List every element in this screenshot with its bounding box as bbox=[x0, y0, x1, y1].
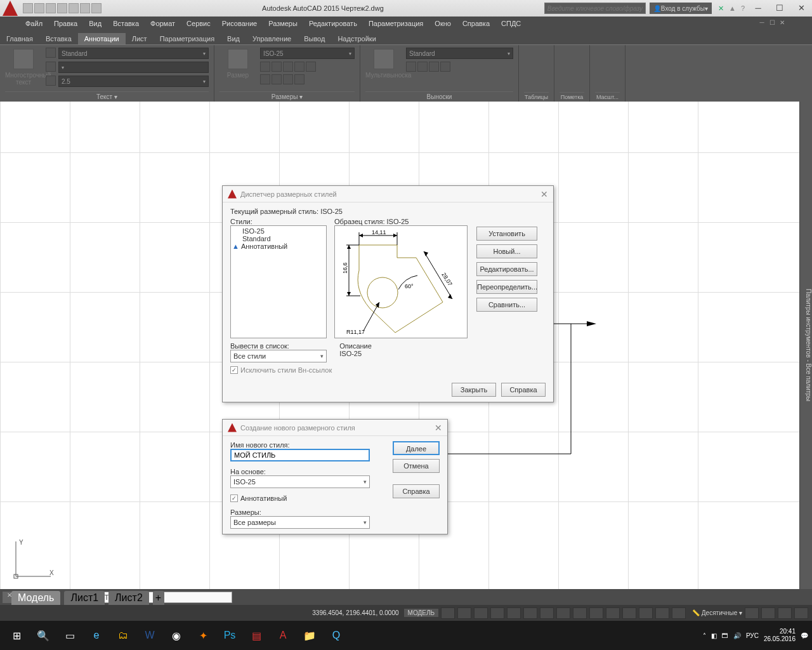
text-font-combo[interactable] bbox=[58, 62, 209, 73]
compare-button[interactable]: Сравнить... bbox=[476, 298, 537, 312]
status-icon[interactable] bbox=[761, 607, 775, 619]
qat-open-icon[interactable] bbox=[34, 3, 44, 13]
status-icon[interactable] bbox=[655, 607, 669, 619]
status-icon[interactable] bbox=[778, 607, 792, 619]
menu-item[interactable]: Редактировать bbox=[309, 20, 357, 27]
ribbon-tab[interactable]: Надстройки bbox=[331, 33, 382, 44]
dim-icon[interactable] bbox=[283, 62, 293, 72]
panel-label[interactable]: Текст ▾ bbox=[5, 91, 209, 102]
ribbon-tab[interactable]: Главная bbox=[0, 33, 39, 44]
status-icon[interactable] bbox=[556, 607, 570, 619]
explorer-icon[interactable]: 🗂 bbox=[110, 624, 136, 647]
dim-icon[interactable] bbox=[294, 74, 304, 84]
status-icon[interactable] bbox=[606, 607, 620, 619]
layout-tab[interactable]: Лист1 bbox=[64, 591, 105, 605]
doc-close-icon[interactable]: ✕ bbox=[778, 19, 787, 28]
status-icon[interactable] bbox=[540, 607, 554, 619]
leader-icon[interactable] bbox=[429, 62, 439, 72]
new-button[interactable]: Новый... bbox=[476, 244, 537, 258]
tray-up-icon[interactable]: ˄ bbox=[703, 632, 706, 639]
status-icon[interactable] bbox=[474, 607, 488, 619]
app-icon[interactable]: Q bbox=[324, 624, 349, 647]
qat-saveas-icon[interactable] bbox=[57, 3, 67, 13]
menu-item[interactable]: Размеры bbox=[268, 20, 298, 27]
styles-listbox[interactable]: ISO-25 Standard ▲ Аннотативный bbox=[230, 225, 327, 338]
status-icon[interactable] bbox=[523, 607, 537, 619]
ribbon-tab[interactable]: Вставка bbox=[39, 33, 78, 44]
help-button[interactable]: Справка bbox=[393, 484, 440, 498]
ribbon-tab[interactable]: Параметризация bbox=[154, 33, 221, 44]
status-icon[interactable] bbox=[441, 607, 455, 619]
mtext-button[interactable]: Многострочный текст bbox=[5, 48, 42, 86]
style-name-input[interactable] bbox=[230, 449, 370, 461]
close-button[interactable]: ✕ bbox=[790, 0, 812, 17]
text-height-combo[interactable]: 2.5 bbox=[58, 76, 209, 87]
status-icon[interactable] bbox=[507, 607, 521, 619]
status-icon[interactable] bbox=[573, 607, 587, 619]
ribbon-tab[interactable]: Вывод bbox=[298, 33, 331, 44]
panel-label[interactable]: Выноски bbox=[365, 91, 513, 102]
ribbon-tab-active[interactable]: Аннотации bbox=[78, 33, 126, 44]
annotative-check[interactable]: ✓Аннотативный bbox=[230, 494, 372, 502]
login-button[interactable]: 👤 Вход в службы ▾ bbox=[650, 3, 712, 14]
menu-item[interactable]: Формат bbox=[150, 20, 175, 27]
folder-icon[interactable]: 📁 bbox=[297, 624, 322, 647]
base-style-select[interactable]: ISO-25 bbox=[230, 475, 370, 488]
status-icon[interactable] bbox=[672, 607, 686, 619]
units-display[interactable]: 📏 Десятичные ▾ bbox=[692, 609, 742, 616]
style-item[interactable]: ISO-25 bbox=[232, 227, 325, 235]
leader-icon[interactable] bbox=[406, 62, 416, 72]
help-button[interactable]: Справка bbox=[501, 383, 546, 397]
minimize-button[interactable]: ─ bbox=[747, 0, 769, 17]
qat-save-icon[interactable] bbox=[46, 3, 56, 13]
height-icon[interactable] bbox=[46, 76, 56, 86]
a360-icon[interactable]: ▲ bbox=[729, 4, 736, 12]
menu-item[interactable]: Файл bbox=[25, 20, 43, 27]
add-layout-tab[interactable]: + bbox=[153, 591, 164, 605]
menu-item[interactable]: Окно bbox=[435, 20, 451, 27]
qat-undo-icon[interactable] bbox=[80, 3, 90, 13]
modify-button[interactable]: Редактировать... bbox=[476, 262, 537, 276]
status-icon[interactable] bbox=[457, 607, 471, 619]
menu-item[interactable]: Справка bbox=[462, 20, 490, 27]
app-icon[interactable]: ✦ bbox=[190, 624, 216, 647]
mleader-button[interactable]: Мультивыноска bbox=[365, 48, 402, 79]
dims-select[interactable]: Все размеры bbox=[230, 516, 370, 529]
dim-style-combo[interactable]: ISO-25 bbox=[260, 48, 355, 59]
notification-icon[interactable]: 💬 bbox=[801, 632, 808, 639]
taskview-icon[interactable]: ▭ bbox=[57, 624, 82, 647]
search-icon[interactable]: 🔍 bbox=[30, 624, 56, 647]
menu-item[interactable]: Правка bbox=[54, 20, 77, 27]
clock[interactable]: 20:4126.05.2016 bbox=[764, 628, 796, 643]
tray-icon[interactable]: ◧ bbox=[711, 632, 717, 639]
exchange-icon[interactable]: ✕ bbox=[718, 4, 724, 13]
dimension-button[interactable]: Размер bbox=[219, 48, 256, 79]
dim-icon[interactable] bbox=[260, 62, 270, 72]
ribbon-tab[interactable]: Лист bbox=[126, 33, 154, 44]
exclude-xref-check[interactable]: ✓Исключить стили Вн-ссылок bbox=[230, 366, 332, 374]
leader-icon[interactable] bbox=[440, 62, 450, 72]
ribbon-panel-scale[interactable]: Масшт... bbox=[590, 45, 625, 102]
status-icon[interactable] bbox=[745, 607, 759, 619]
dialog-close-icon[interactable]: ✕ bbox=[540, 189, 548, 199]
volume-icon[interactable]: 🔊 bbox=[733, 632, 741, 639]
model-space-button[interactable]: МОДЕЛЬ bbox=[404, 609, 438, 617]
dim-icon[interactable] bbox=[283, 74, 293, 84]
qat-plot-icon[interactable] bbox=[69, 3, 79, 13]
chrome-icon[interactable]: ◉ bbox=[164, 624, 189, 647]
override-button[interactable]: Переопределить... bbox=[476, 280, 537, 294]
status-icon[interactable] bbox=[794, 607, 808, 619]
photoshop-icon[interactable]: Ps bbox=[217, 624, 242, 647]
text-style-combo[interactable]: Standard bbox=[58, 48, 209, 59]
set-current-button[interactable]: Установить bbox=[476, 227, 537, 241]
doc-max-icon[interactable]: ☐ bbox=[768, 19, 776, 28]
qat-new-icon[interactable] bbox=[23, 3, 33, 13]
find-icon[interactable] bbox=[46, 62, 56, 72]
dim-icon[interactable] bbox=[260, 74, 270, 84]
status-icon[interactable] bbox=[589, 607, 603, 619]
doc-min-icon[interactable]: ─ bbox=[757, 19, 766, 28]
status-icon[interactable] bbox=[622, 607, 636, 619]
qat-redo-icon[interactable] bbox=[91, 3, 102, 13]
ribbon-tab[interactable]: Управление bbox=[246, 33, 298, 44]
status-icon[interactable] bbox=[490, 607, 504, 619]
